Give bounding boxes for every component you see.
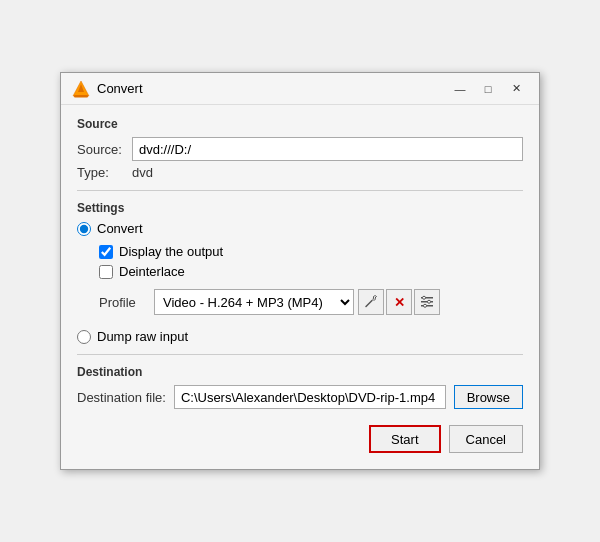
main-window: Convert — □ ✕ Source Source: Type: dvd S… [60,72,540,470]
display-output-row: Display the output [99,244,523,259]
close-button[interactable]: ✕ [503,79,529,99]
titlebar: Convert — □ ✕ [61,73,539,105]
deinterlace-checkbox[interactable] [99,265,113,279]
profile-row: Profile Video - H.264 + MP3 (MP4) ✕ [99,289,523,315]
profile-buttons: ✕ [358,289,440,315]
source-row: Source: [77,137,523,161]
divider-2 [77,354,523,355]
dump-raw-radio[interactable] [77,330,91,344]
settings-icon [420,295,434,309]
maximize-button[interactable]: □ [475,79,501,99]
type-row: Type: dvd [77,165,523,180]
settings-section-label: Settings [77,201,523,215]
content: Source Source: Type: dvd Settings Conver… [61,105,539,469]
destination-section-label: Destination [77,365,523,379]
dump-raw-radio-row: Dump raw input [77,329,523,344]
display-output-checkbox[interactable] [99,245,113,259]
profile-settings-button[interactable] [414,289,440,315]
settings-section: Settings Convert Display the output Dein… [77,201,523,344]
profile-select[interactable]: Video - H.264 + MP3 (MP4) [154,289,354,315]
dest-file-input[interactable] [174,385,446,409]
svg-point-9 [424,304,427,307]
profile-delete-button[interactable]: ✕ [386,289,412,315]
source-input[interactable] [132,137,523,161]
source-label: Source: [77,142,132,157]
dest-file-label: Destination file: [77,390,166,405]
destination-section: Destination Destination file: Browse [77,365,523,409]
destination-row: Destination file: Browse [77,385,523,409]
deinterlace-row: Deinterlace [99,264,523,279]
cancel-button[interactable]: Cancel [449,425,523,453]
svg-point-8 [428,300,431,303]
convert-radio[interactable] [77,222,91,236]
deinterlace-label: Deinterlace [119,264,185,279]
window-title: Convert [97,81,143,96]
profile-edit-button[interactable] [358,289,384,315]
profile-label: Profile [99,295,154,310]
svg-point-7 [423,296,426,299]
type-value: dvd [132,165,153,180]
vlc-icon [71,79,91,99]
divider-1 [77,190,523,191]
start-button[interactable]: Start [369,425,440,453]
svg-line-3 [366,301,372,307]
source-section-label: Source [77,117,523,131]
type-label: Type: [77,165,132,180]
source-section: Source Source: Type: dvd [77,117,523,180]
svg-rect-1 [74,95,88,98]
titlebar-left: Convert [71,79,143,99]
titlebar-controls: — □ ✕ [447,79,529,99]
dump-raw-label: Dump raw input [97,329,188,344]
convert-radio-label: Convert [97,221,143,236]
minimize-button[interactable]: — [447,79,473,99]
display-output-label: Display the output [119,244,223,259]
bottom-buttons: Start Cancel [77,425,523,457]
browse-button[interactable]: Browse [454,385,523,409]
checkbox-area: Display the output Deinterlace [99,244,523,279]
convert-radio-row: Convert [77,221,523,236]
wrench-icon [364,295,378,309]
